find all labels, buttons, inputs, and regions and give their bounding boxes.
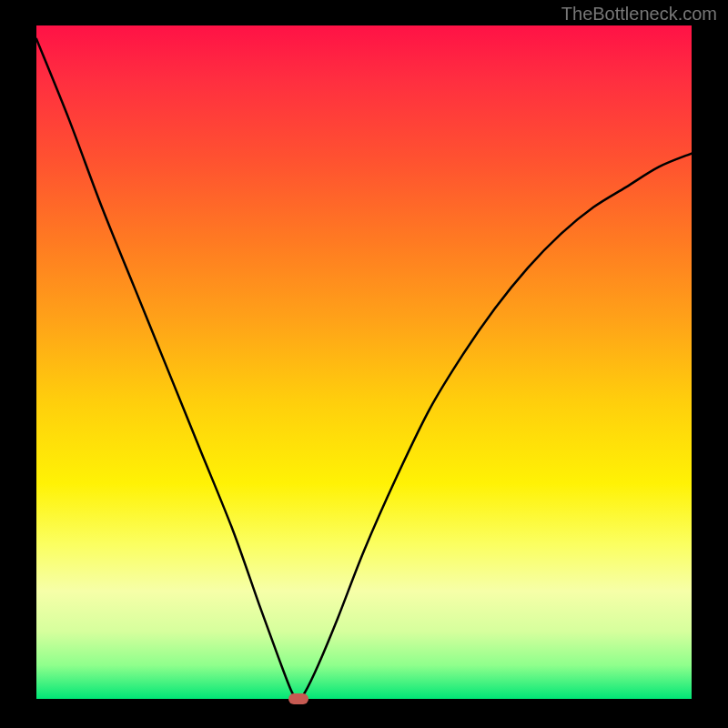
watermark-text: TheBottleneck.com: [561, 4, 717, 25]
chart-plot-area: [36, 25, 692, 699]
bottleneck-marker: [288, 693, 308, 704]
curve-path: [36, 39, 692, 699]
bottleneck-curve: [36, 25, 692, 699]
